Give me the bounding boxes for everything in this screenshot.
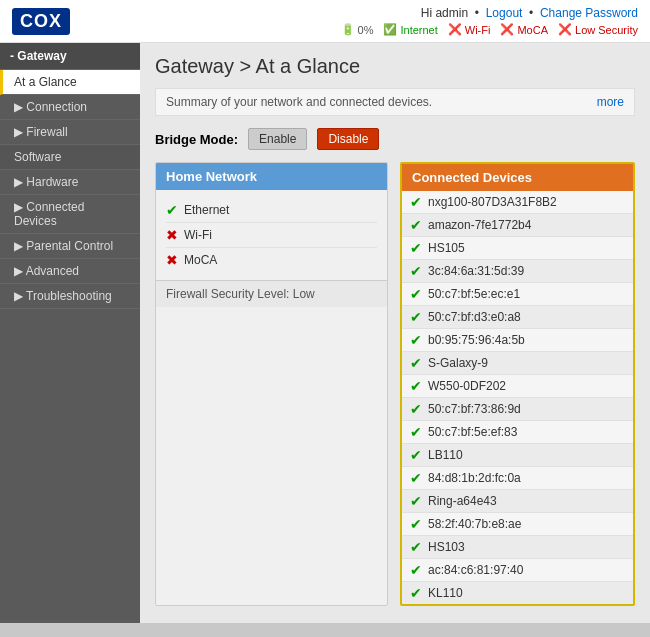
ethernet-label: Ethernet bbox=[184, 203, 229, 217]
device-name: nxg100-807D3A31F8B2 bbox=[428, 195, 557, 209]
device-item: ✔LB110 bbox=[402, 444, 633, 467]
sidebar-item-advanced[interactable]: ▶ Advanced bbox=[0, 259, 140, 284]
device-item: ✔58:2f:40:7b:e8:ae bbox=[402, 513, 633, 536]
ethernet-item: ✔ Ethernet bbox=[166, 198, 377, 223]
moca-status: ❌ MoCA bbox=[500, 23, 548, 36]
device-ok-icon: ✔ bbox=[410, 585, 422, 601]
moca-label: MoCA bbox=[184, 253, 217, 267]
device-name: 50:c7:bf:73:86:9d bbox=[428, 402, 521, 416]
device-name: KL110 bbox=[428, 586, 463, 600]
device-ok-icon: ✔ bbox=[410, 286, 422, 302]
device-item: ✔50:c7:bf:5e:ec:e1 bbox=[402, 283, 633, 306]
content-area: Gateway > At a Glance Summary of your ne… bbox=[140, 43, 650, 623]
device-name: 50:c7:bf:5e:ec:e1 bbox=[428, 287, 520, 301]
moca-err-icon: ✖ bbox=[166, 252, 178, 268]
sidebar-item-connected-devices[interactable]: ▶ Connected Devices bbox=[0, 195, 140, 234]
enable-button[interactable]: Enable bbox=[248, 128, 307, 150]
sidebar-gateway-section[interactable]: - Gateway bbox=[0, 43, 140, 70]
device-ok-icon: ✔ bbox=[410, 378, 422, 394]
device-name: HS103 bbox=[428, 540, 465, 554]
status-bar: 🔋 0% ✅ Internet ❌ Wi-Fi ❌ MoCA ❌ Low Sec… bbox=[341, 23, 638, 36]
device-item: ✔50:c7:bf:73:86:9d bbox=[402, 398, 633, 421]
summary-bar: Summary of your network and connected de… bbox=[155, 88, 635, 116]
device-item: ✔nxg100-807D3A31F8B2 bbox=[402, 191, 633, 214]
device-item: ✔HS105 bbox=[402, 237, 633, 260]
change-password-link[interactable]: Change Password bbox=[540, 6, 638, 20]
home-network-header: Home Network bbox=[156, 163, 387, 190]
device-name: b0:95:75:96:4a:5b bbox=[428, 333, 525, 347]
device-item: ✔50:c7:bf:5e:ef:83 bbox=[402, 421, 633, 444]
device-name: 58:2f:40:7b:e8:ae bbox=[428, 517, 521, 531]
more-link[interactable]: more bbox=[597, 95, 624, 109]
device-item: ✔HS103 bbox=[402, 536, 633, 559]
device-name: 50:c7:bf:5e:ef:83 bbox=[428, 425, 517, 439]
battery-status: 🔋 0% bbox=[341, 23, 374, 36]
bridge-mode-label: Bridge Mode: bbox=[155, 132, 238, 147]
device-name: W550-0DF202 bbox=[428, 379, 506, 393]
device-ok-icon: ✔ bbox=[410, 493, 422, 509]
internet-status: ✅ Internet bbox=[383, 23, 437, 36]
device-name: ac:84:c6:81:97:40 bbox=[428, 563, 523, 577]
device-ok-icon: ✔ bbox=[410, 240, 422, 256]
device-ok-icon: ✔ bbox=[410, 447, 422, 463]
page-title: Gateway > At a Glance bbox=[155, 55, 635, 78]
device-item: ✔S-Galaxy-9 bbox=[402, 352, 633, 375]
device-item: ✔KL110 bbox=[402, 582, 633, 604]
sidebar-item-connection[interactable]: ▶ Connection bbox=[0, 95, 140, 120]
ethernet-ok-icon: ✔ bbox=[166, 202, 178, 218]
device-ok-icon: ✔ bbox=[410, 401, 422, 417]
home-network-box: Home Network ✔ Ethernet ✖ Wi-Fi ✖ MoCA bbox=[155, 162, 388, 606]
bridge-mode-row: Bridge Mode: Enable Disable bbox=[155, 128, 635, 150]
device-item: ✔W550-0DF202 bbox=[402, 375, 633, 398]
device-name: 50:c7:bf:d3:e0:a8 bbox=[428, 310, 521, 324]
device-ok-icon: ✔ bbox=[410, 217, 422, 233]
device-name: HS105 bbox=[428, 241, 465, 255]
connected-devices-box: Connected Devices ✔nxg100-807D3A31F8B2✔a… bbox=[400, 162, 635, 606]
device-name: S-Galaxy-9 bbox=[428, 356, 488, 370]
device-name: Ring-a64e43 bbox=[428, 494, 497, 508]
main-layout: - Gateway At a Glance ▶ Connection ▶ Fir… bbox=[0, 43, 650, 623]
device-ok-icon: ✔ bbox=[410, 263, 422, 279]
device-item: ✔Ring-a64e43 bbox=[402, 490, 633, 513]
moca-item: ✖ MoCA bbox=[166, 248, 377, 272]
device-ok-icon: ✔ bbox=[410, 309, 422, 325]
header-right: Hi admin • Logout • Change Password 🔋 0%… bbox=[341, 6, 638, 36]
connected-devices-list: ✔nxg100-807D3A31F8B2✔amazon-7fe1772b4✔HS… bbox=[402, 191, 633, 604]
device-ok-icon: ✔ bbox=[410, 194, 422, 210]
wifi-label: Wi-Fi bbox=[184, 228, 212, 242]
home-network-body: ✔ Ethernet ✖ Wi-Fi ✖ MoCA bbox=[156, 190, 387, 280]
firewall-level: Firewall Security Level: Low bbox=[156, 280, 387, 307]
connected-devices-header: Connected Devices bbox=[402, 164, 633, 191]
device-ok-icon: ✔ bbox=[410, 516, 422, 532]
wifi-status: ❌ Wi-Fi bbox=[448, 23, 491, 36]
sidebar-item-at-a-glance[interactable]: At a Glance bbox=[0, 70, 140, 95]
security-status: ❌ Low Security bbox=[558, 23, 638, 36]
wifi-item: ✖ Wi-Fi bbox=[166, 223, 377, 248]
device-item: ✔84:d8:1b:2d:fc:0a bbox=[402, 467, 633, 490]
sidebar: - Gateway At a Glance ▶ Connection ▶ Fir… bbox=[0, 43, 140, 623]
device-ok-icon: ✔ bbox=[410, 470, 422, 486]
device-item: ✔b0:95:75:96:4a:5b bbox=[402, 329, 633, 352]
device-name: 3c:84:6a:31:5d:39 bbox=[428, 264, 524, 278]
device-ok-icon: ✔ bbox=[410, 562, 422, 578]
device-item: ✔amazon-7fe1772b4 bbox=[402, 214, 633, 237]
logout-link[interactable]: Logout bbox=[486, 6, 523, 20]
sidebar-item-troubleshooting[interactable]: ▶ Troubleshooting bbox=[0, 284, 140, 309]
device-item: ✔3c:84:6a:31:5d:39 bbox=[402, 260, 633, 283]
device-name: LB110 bbox=[428, 448, 463, 462]
device-item: ✔50:c7:bf:d3:e0:a8 bbox=[402, 306, 633, 329]
sidebar-item-firewall[interactable]: ▶ Firewall bbox=[0, 120, 140, 145]
header: COX Hi admin • Logout • Change Password … bbox=[0, 0, 650, 43]
device-ok-icon: ✔ bbox=[410, 424, 422, 440]
device-ok-icon: ✔ bbox=[410, 539, 422, 555]
device-name: amazon-7fe1772b4 bbox=[428, 218, 531, 232]
cox-logo: COX bbox=[12, 8, 70, 35]
sidebar-item-hardware[interactable]: ▶ Hardware bbox=[0, 170, 140, 195]
greeting-text: Hi admin bbox=[421, 6, 468, 20]
disable-button[interactable]: Disable bbox=[317, 128, 379, 150]
device-ok-icon: ✔ bbox=[410, 332, 422, 348]
wifi-err-icon: ✖ bbox=[166, 227, 178, 243]
sidebar-item-software[interactable]: Software bbox=[0, 145, 140, 170]
sidebar-item-parental-control[interactable]: ▶ Parental Control bbox=[0, 234, 140, 259]
device-name: 84:d8:1b:2d:fc:0a bbox=[428, 471, 521, 485]
